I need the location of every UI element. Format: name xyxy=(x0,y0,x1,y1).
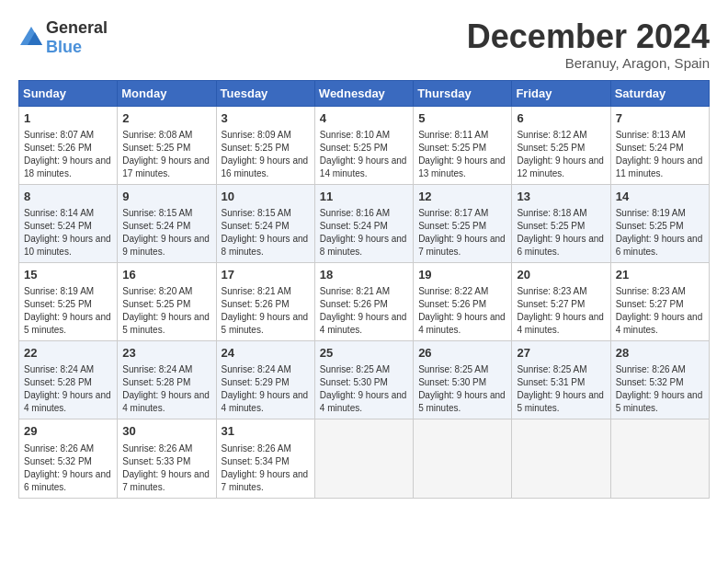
daylight-label: Daylight: 9 hours and 13 minutes. xyxy=(418,155,506,178)
daylight-label: Daylight: 9 hours and 11 minutes. xyxy=(616,155,703,178)
daylight-label: Daylight: 9 hours and 16 minutes. xyxy=(222,155,309,178)
sunset-label: Sunset: 5:30 PM xyxy=(418,377,486,387)
sunrise-label: Sunrise: 8:20 AM xyxy=(122,286,192,296)
daylight-label: Daylight: 9 hours and 4 minutes. xyxy=(616,312,703,335)
calendar-cell xyxy=(414,419,512,498)
sunset-label: Sunset: 5:24 PM xyxy=(122,221,190,231)
calendar-week-row: 1Sunrise: 8:07 AMSunset: 5:26 PMDaylight… xyxy=(19,106,710,184)
logo: General Blue xyxy=(18,18,108,57)
daylight-label: Daylight: 9 hours and 4 minutes. xyxy=(320,390,407,413)
daylight-label: Daylight: 9 hours and 4 minutes. xyxy=(320,312,407,335)
calendar-cell: 1Sunrise: 8:07 AMSunset: 5:26 PMDaylight… xyxy=(19,106,118,184)
sunset-label: Sunset: 5:24 PM xyxy=(222,221,290,231)
day-number: 11 xyxy=(320,189,408,205)
calendar-cell: 24Sunrise: 8:24 AMSunset: 5:29 PMDayligh… xyxy=(216,341,314,419)
day-number: 3 xyxy=(222,110,310,127)
daylight-label: Daylight: 9 hours and 4 minutes. xyxy=(222,390,309,413)
day-number: 16 xyxy=(122,267,210,283)
sunrise-label: Sunrise: 8:21 AM xyxy=(320,286,390,296)
sunset-label: Sunset: 5:28 PM xyxy=(122,377,190,387)
calendar-cell: 12Sunrise: 8:17 AMSunset: 5:25 PMDayligh… xyxy=(414,184,512,262)
sunrise-label: Sunrise: 8:11 AM xyxy=(418,130,488,140)
sunset-label: Sunset: 5:25 PM xyxy=(616,221,684,231)
calendar-cell: 5Sunrise: 8:11 AMSunset: 5:25 PMDaylight… xyxy=(414,106,512,184)
sunrise-label: Sunrise: 8:10 AM xyxy=(320,130,390,140)
sunrise-label: Sunrise: 8:22 AM xyxy=(418,286,488,296)
calendar-cell: 6Sunrise: 8:12 AMSunset: 5:25 PMDaylight… xyxy=(512,106,610,184)
sunset-label: Sunset: 5:25 PM xyxy=(122,299,190,309)
daylight-label: Daylight: 9 hours and 14 minutes. xyxy=(320,155,407,178)
calendar-cell: 3Sunrise: 8:09 AMSunset: 5:25 PMDaylight… xyxy=(216,106,314,184)
calendar-week-row: 29Sunrise: 8:26 AMSunset: 5:32 PMDayligh… xyxy=(19,419,710,498)
day-number: 27 xyxy=(517,345,605,362)
sunrise-label: Sunrise: 8:25 AM xyxy=(418,364,488,374)
calendar-cell: 29Sunrise: 8:26 AMSunset: 5:32 PMDayligh… xyxy=(19,419,118,498)
day-number: 28 xyxy=(616,345,704,362)
calendar-cell: 22Sunrise: 8:24 AMSunset: 5:28 PMDayligh… xyxy=(19,341,118,419)
daylight-label: Daylight: 9 hours and 17 minutes. xyxy=(122,155,210,178)
calendar-week-row: 22Sunrise: 8:24 AMSunset: 5:28 PMDayligh… xyxy=(19,341,710,419)
calendar-cell: 9Sunrise: 8:15 AMSunset: 5:24 PMDaylight… xyxy=(118,184,216,262)
sunset-label: Sunset: 5:26 PM xyxy=(24,143,92,153)
daylight-label: Daylight: 9 hours and 6 minutes. xyxy=(24,469,111,492)
header-saturday: Saturday xyxy=(610,80,709,106)
daylight-label: Daylight: 9 hours and 4 minutes. xyxy=(517,312,604,335)
sunrise-label: Sunrise: 8:25 AM xyxy=(320,364,390,374)
sunrise-label: Sunrise: 8:09 AM xyxy=(222,130,291,140)
location: Beranuy, Aragon, Spain xyxy=(467,55,710,71)
calendar-week-row: 8Sunrise: 8:14 AMSunset: 5:24 PMDaylight… xyxy=(19,184,710,262)
daylight-label: Daylight: 9 hours and 7 minutes. xyxy=(222,469,309,492)
calendar-cell: 2Sunrise: 8:08 AMSunset: 5:25 PMDaylight… xyxy=(118,106,216,184)
sunrise-label: Sunrise: 8:26 AM xyxy=(122,443,192,454)
logo-blue-text: Blue xyxy=(46,38,82,56)
sunset-label: Sunset: 5:30 PM xyxy=(320,377,388,387)
sunset-label: Sunset: 5:24 PM xyxy=(616,143,684,153)
day-number: 30 xyxy=(122,423,210,440)
calendar-cell: 10Sunrise: 8:15 AMSunset: 5:24 PMDayligh… xyxy=(216,184,314,262)
day-number: 6 xyxy=(517,110,605,127)
daylight-label: Daylight: 9 hours and 7 minutes. xyxy=(122,469,210,492)
sunrise-label: Sunrise: 8:07 AM xyxy=(24,130,94,140)
day-number: 4 xyxy=(320,110,408,127)
sunset-label: Sunset: 5:25 PM xyxy=(122,143,190,153)
calendar-cell: 14Sunrise: 8:19 AMSunset: 5:25 PMDayligh… xyxy=(610,184,709,262)
logo-icon xyxy=(18,25,44,51)
sunset-label: Sunset: 5:34 PM xyxy=(222,456,290,466)
day-number: 14 xyxy=(616,189,704,205)
day-number: 19 xyxy=(418,267,506,283)
sunrise-label: Sunrise: 8:14 AM xyxy=(24,208,94,218)
day-number: 10 xyxy=(222,189,310,205)
calendar-cell: 30Sunrise: 8:26 AMSunset: 5:33 PMDayligh… xyxy=(118,419,216,498)
calendar-cell: 8Sunrise: 8:14 AMSunset: 5:24 PMDaylight… xyxy=(19,184,118,262)
sunrise-label: Sunrise: 8:19 AM xyxy=(616,208,686,218)
daylight-label: Daylight: 9 hours and 5 minutes. xyxy=(24,312,111,335)
sunrise-label: Sunrise: 8:17 AM xyxy=(418,208,488,218)
sunset-label: Sunset: 5:32 PM xyxy=(24,456,92,466)
day-number: 20 xyxy=(517,267,605,283)
day-number: 9 xyxy=(122,189,210,205)
sunset-label: Sunset: 5:32 PM xyxy=(616,377,684,387)
sunrise-label: Sunrise: 8:18 AM xyxy=(517,208,586,218)
daylight-label: Daylight: 9 hours and 5 minutes. xyxy=(616,390,703,413)
sunrise-label: Sunrise: 8:23 AM xyxy=(517,286,586,296)
day-number: 18 xyxy=(320,267,408,283)
sunset-label: Sunset: 5:25 PM xyxy=(517,221,585,231)
daylight-label: Daylight: 9 hours and 5 minutes. xyxy=(222,312,309,335)
daylight-label: Daylight: 9 hours and 6 minutes. xyxy=(517,234,604,257)
sunrise-label: Sunrise: 8:15 AM xyxy=(222,208,291,218)
sunset-label: Sunset: 5:24 PM xyxy=(24,221,92,231)
sunset-label: Sunset: 5:27 PM xyxy=(517,299,585,309)
sunset-label: Sunset: 5:33 PM xyxy=(122,456,190,466)
daylight-label: Daylight: 9 hours and 9 minutes. xyxy=(122,234,210,257)
title-block: December 2024 Beranuy, Aragon, Spain xyxy=(467,18,710,71)
calendar-cell: 4Sunrise: 8:10 AMSunset: 5:25 PMDaylight… xyxy=(314,106,413,184)
sunset-label: Sunset: 5:28 PM xyxy=(24,377,92,387)
calendar-cell: 23Sunrise: 8:24 AMSunset: 5:28 PMDayligh… xyxy=(118,341,216,419)
sunset-label: Sunset: 5:25 PM xyxy=(24,299,92,309)
sunrise-label: Sunrise: 8:23 AM xyxy=(616,286,686,296)
day-number: 15 xyxy=(24,267,112,283)
day-number: 24 xyxy=(222,345,310,362)
daylight-label: Daylight: 9 hours and 5 minutes. xyxy=(517,390,604,413)
sunrise-label: Sunrise: 8:24 AM xyxy=(122,364,192,374)
sunset-label: Sunset: 5:29 PM xyxy=(222,377,290,387)
